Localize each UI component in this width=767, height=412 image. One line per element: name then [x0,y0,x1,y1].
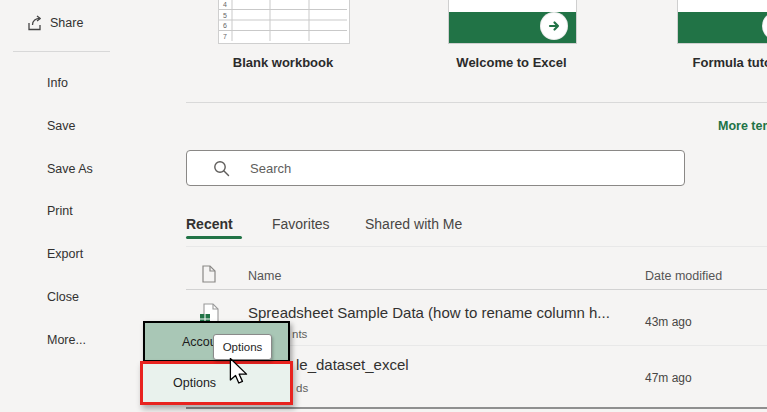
search-input[interactable] [248,160,684,177]
file-name[interactable]: le_dataset_excel [296,356,409,373]
file-date-modified: 47m ago [645,371,692,385]
tabs-section-divider [186,246,767,247]
tab-shared-with-me[interactable]: Shared with Me [365,216,462,232]
template-card-blank-workbook[interactable]: 4 5 6 7 [218,0,350,44]
more-templates-link[interactable]: More templates [718,119,767,133]
column-header-date-modified[interactable]: Date modified [645,269,722,283]
arrow-circle-icon [541,13,567,39]
cursor-icon [228,358,250,386]
template-card-formula-tutorial[interactable] [677,0,767,44]
search-icon [213,160,230,177]
sidebar-item-save[interactable]: Save [47,119,76,133]
options-label: Options [143,376,216,390]
tab-recent[interactable]: Recent [186,216,233,232]
column-header-name[interactable]: Name [248,269,281,283]
header-divider [186,289,767,290]
tooltip-label: Options [223,341,263,353]
search-box[interactable] [186,150,685,186]
template-label-formula-tutorial: Formula tutorial [677,55,767,70]
template-label-blank-workbook: Blank workbook [218,55,348,70]
sidebar-item-share[interactable]: Share [50,16,83,30]
sidebar-item-save-as[interactable]: Save As [47,162,93,176]
file-location: nts [292,328,307,340]
bottom-edge-line [186,407,767,409]
document-icon [202,265,216,283]
active-tab-underline [186,236,242,239]
options-tooltip: Options [213,334,272,360]
svg-text:5: 5 [223,12,227,19]
svg-text:4: 4 [223,1,227,8]
file-date-modified: 43m ago [645,315,692,329]
sidebar-item-more[interactable]: More... [47,333,86,347]
sidebar-item-close[interactable]: Close [47,290,79,304]
file-location: ds [296,382,308,394]
file-name[interactable]: Spreadsheet Sample Data (how to rename c… [248,304,610,321]
excel-backstage-view: Share Info Save Save As Print Export Clo… [0,0,767,412]
tab-favorites[interactable]: Favorites [272,216,330,232]
share-icon [25,13,45,33]
formula-card-banner [678,12,767,43]
sidebar-item-info[interactable]: Info [47,76,68,90]
svg-text:7: 7 [223,33,227,40]
svg-text:6: 6 [223,22,227,29]
templates-section-divider [186,102,767,103]
spreadsheet-grid-thumbnail: 4 5 6 7 [219,0,347,41]
template-card-welcome[interactable] [448,0,577,44]
template-label-welcome: Welcome to Excel [448,55,575,70]
sidebar-item-print[interactable]: Print [47,204,73,218]
sidebar-divider [13,51,110,52]
sidebar-item-export[interactable]: Export [47,247,83,261]
sidebar-item-options-highlighted[interactable]: Options [140,361,293,405]
